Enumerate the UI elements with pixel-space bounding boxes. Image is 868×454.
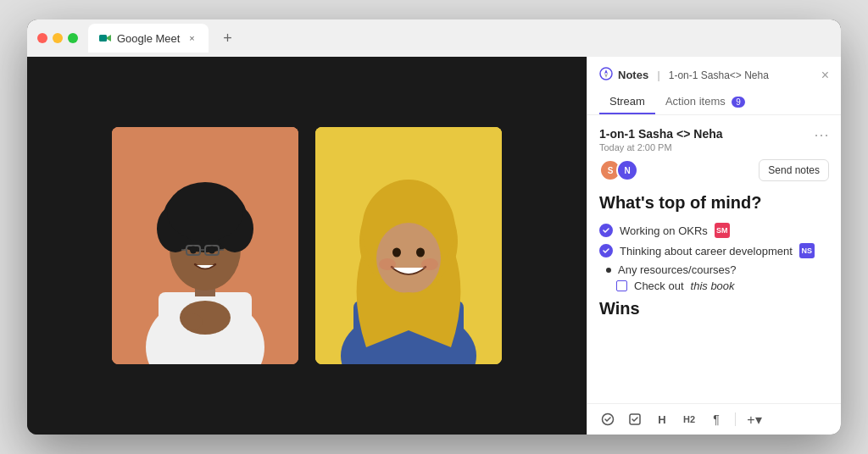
more-options-button[interactable]: ⋯ [814,127,829,142]
sub-item-italic-text: this book [691,280,735,292]
svg-point-17 [209,246,215,254]
add-toolbar-icon[interactable]: +▾ [746,411,763,428]
toolbar-separator [735,412,736,426]
notes-toolbar: H H2 ¶ +▾ [587,403,841,435]
avatar-neha: N [616,159,638,181]
notes-panel: Notes | 1-on-1 Sasha<> Neha × Stream Act… [587,57,841,435]
meeting-title: 1-on-1 Sasha <> Neha [599,127,723,141]
maximize-window-button[interactable] [68,33,78,43]
assignee-badge-ns: NS [799,243,815,258]
meeting-info: 1-on-1 Sasha <> Neha Today at 2:00 PM ⋯ [599,127,829,152]
notes-meeting-header-name: 1-on-1 Sasha<> Neha [669,69,769,81]
bullet-item-text: Any resources/courses? [618,263,736,276]
tab-title: Google Meet [117,32,180,45]
heading-toolbar-icon[interactable]: H [654,411,670,428]
svg-point-31 [379,258,396,270]
meeting-details: 1-on-1 Sasha <> Neha Today at 2:00 PM [599,127,723,152]
svg-marker-35 [604,74,608,78]
bullet-item: Any resources/courses? [606,263,829,276]
check-circle-toolbar-icon[interactable] [599,411,616,428]
notes-close-button[interactable]: × [821,68,829,83]
svg-point-28 [376,223,441,294]
check-icon-2 [599,244,613,257]
checkbox-toolbar-icon[interactable] [626,411,643,428]
svg-point-32 [421,258,438,270]
checklist-item-2: Thinking about career development NS [599,243,829,258]
checklist-item-1-text: Working on OKRs [620,224,708,237]
section-wins-title: Wins [599,299,829,318]
meeting-time: Today at 2:00 PM [599,142,723,152]
video-area [27,57,587,435]
check-icon-1 [599,224,613,237]
sub-checkbox[interactable] [616,280,627,291]
tab-close-button[interactable]: × [185,31,198,45]
notes-tabs: Stream Action items 9 [599,90,829,114]
bullet-dot [606,268,611,273]
svg-marker-1 [107,35,111,42]
svg-point-29 [392,248,401,257]
svg-point-16 [190,246,197,254]
paragraph-toolbar-icon[interactable]: ¶ [708,411,725,428]
h2-toolbar-icon[interactable]: H2 [681,411,698,428]
checklist-item-2-text: Thinking about career development [620,245,793,257]
traffic-lights [37,33,78,43]
svg-marker-34 [604,69,608,74]
notes-body: 1-on-1 Sasha <> Neha Today at 2:00 PM ⋯ … [587,115,841,403]
browser-content: Notes | 1-on-1 Sasha<> Neha × Stream Act… [27,57,841,435]
tab-favicon [98,31,112,45]
notes-separator: | [657,69,660,81]
browser-window: Google Meet × + [27,19,841,435]
title-bar: Google Meet × + [27,19,841,57]
send-notes-button[interactable]: Send notes [759,159,829,181]
section-top-of-mind-title: What's top of mind? [599,193,829,213]
action-items-badge: 9 [732,97,745,108]
video-tile-person1 [112,127,298,364]
sub-item-text-prefix: Check out [634,280,684,292]
notes-label: Notes [618,69,648,81]
assignee-badge-sm: SM [715,223,730,238]
tab-action-items[interactable]: Action items 9 [655,90,755,114]
person2-figure [315,127,502,364]
video-tile-person2 [315,127,502,364]
notes-brand: Notes | 1-on-1 Sasha<> Neha [599,67,769,83]
notes-title-row: Notes | 1-on-1 Sasha<> Neha × [599,67,829,83]
person1-figure [112,127,298,364]
minimize-window-button[interactable] [53,33,63,43]
svg-point-19 [182,313,203,330]
svg-point-10 [167,182,243,241]
avatars-row: S N Send notes [599,159,829,181]
browser-tab[interactable]: Google Meet × [88,24,209,53]
svg-rect-0 [99,35,107,42]
svg-point-30 [416,248,425,257]
new-tab-button[interactable]: + [215,26,239,50]
notes-header: Notes | 1-on-1 Sasha<> Neha × Stream Act… [587,57,841,115]
tab-stream[interactable]: Stream [599,90,655,114]
meeting-avatars: S N [599,159,638,181]
sub-item: Check out this book [616,280,829,292]
close-window-button[interactable] [37,33,47,43]
checklist-item-1: Working on OKRs SM [599,223,829,238]
notes-brand-icon [599,67,613,83]
